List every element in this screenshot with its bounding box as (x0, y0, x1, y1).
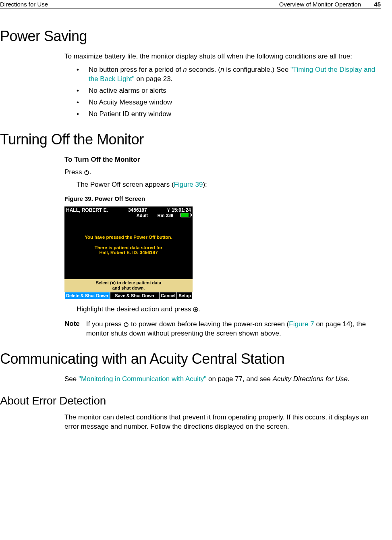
note-label: Note (64, 320, 80, 338)
power-icon (123, 321, 129, 327)
header-section-title: Overview of Monitor Operation (279, 1, 361, 8)
monitor-cancel-button[interactable]: Cancel (159, 292, 177, 299)
press-instruction: Press . (64, 168, 381, 177)
monitor-message-3: Hall, Robert E. ID: 3456187 (64, 250, 193, 255)
monitor-button-row: Delete & Shut Down Save & Shut Down Canc… (64, 292, 193, 299)
list-item: No button press for a period of n second… (77, 65, 381, 84)
text: is configurable.) See (224, 66, 290, 73)
monitor-prompt: Select (●) to delete patient data and sh… (64, 279, 193, 292)
power-saving-bullets: No button press for a period of n second… (77, 65, 381, 119)
antenna-icon: Y (167, 208, 170, 213)
monitor-room: Rm 239 (158, 213, 173, 218)
text: Press (64, 168, 84, 176)
text: on page 77, and see (206, 375, 272, 383)
monitor-save-button[interactable]: Save & Shut Down (110, 292, 160, 299)
monitor-delete-button[interactable]: Delete & Shut Down (64, 292, 110, 299)
svg-point-3 (195, 309, 197, 311)
monitor-patient-name: HALL, ROBERT E. (66, 207, 108, 213)
page-header: Directions for Use Overview of Monitor O… (0, 0, 381, 8)
cross-ref-link[interactable]: "Monitoring in Communication with Acuity… (79, 375, 206, 383)
text: See (64, 375, 79, 383)
text: to power down before leaving the power-o… (129, 320, 289, 328)
error-detection-text: The monitor can detect conditions that p… (64, 413, 381, 432)
battery-icon (180, 213, 191, 217)
monitor-message-2: There is patient data stored for (64, 245, 193, 250)
list-item: No Patient ID entry window (77, 110, 381, 119)
text: seconds. ( (187, 66, 220, 73)
text: ): (203, 181, 207, 188)
heading-error-detection: About Error Detection (0, 394, 381, 407)
select-dot-icon (193, 307, 198, 312)
highlight-instruction: Highlight the desired action and press . (77, 305, 381, 314)
page-number: 45 (374, 1, 381, 8)
monitor-body: You have pressed the Power Off button. T… (64, 219, 193, 279)
monitor-screenshot: HALL, ROBERT E. 3456187 Y 15:01:24 Adult… (64, 206, 193, 299)
monitor-message-1: You have pressed the Power Off button. (64, 235, 193, 240)
monitor-subheader: Adult Rm 239 (64, 213, 193, 219)
figure-caption: Figure 39. Power Off Screen (64, 195, 381, 203)
text: The Power Off screen appears ( (77, 181, 174, 188)
text: If you press (86, 320, 124, 328)
header-right: Overview of Monitor Operation 45 (279, 1, 381, 8)
monitor-prompt-line2: and shut down. (64, 286, 193, 291)
monitor-header: HALL, ROBERT E. 3456187 Y 15:01:24 (64, 206, 193, 213)
list-item: No active alarms or alerts (77, 86, 381, 96)
monitor-mode: Adult (137, 213, 148, 218)
heading-acuity: Communicating with an Acuity Central Sta… (0, 350, 381, 367)
doc-title-ital: Acuity Directions for Use (273, 375, 348, 383)
note-text: If you press to power down before leavin… (86, 320, 381, 338)
text: No button press for a period of (89, 66, 183, 73)
note-block: Note If you press to power down before l… (64, 320, 381, 338)
result-text: The Power Off screen appears (Figure 39)… (77, 180, 381, 190)
monitor-time: 15:01:24 (172, 207, 191, 213)
figure-ref-link[interactable]: Figure 39 (174, 181, 203, 188)
monitor-setup-button[interactable]: Setup (177, 292, 193, 299)
heading-power-saving: Power Saving (0, 28, 381, 45)
text: Highlight the desired action and press (77, 305, 193, 313)
power-icon (84, 169, 89, 175)
acuity-text: See "Monitoring in Communication with Ac… (64, 375, 381, 384)
header-left: Directions for Use (0, 1, 48, 8)
text: . (89, 168, 91, 176)
text: on page 23. (135, 75, 173, 83)
power-saving-intro: To maximize battery life, the monitor di… (64, 52, 381, 61)
monitor-patient-id: 3456187 (128, 207, 147, 213)
text: . (348, 375, 350, 383)
heading-turning-off: Turning Off the Monitor (0, 131, 381, 148)
list-item: No Acuity Message window (77, 98, 381, 107)
subheading-turn-off: To Turn Off the Monitor (64, 155, 381, 165)
monitor-prompt-line1: Select (●) to delete patient data (64, 280, 193, 286)
n-variable: n (183, 66, 187, 73)
figure-ref-link[interactable]: Figure 7 (289, 320, 314, 328)
text: . (198, 305, 200, 313)
